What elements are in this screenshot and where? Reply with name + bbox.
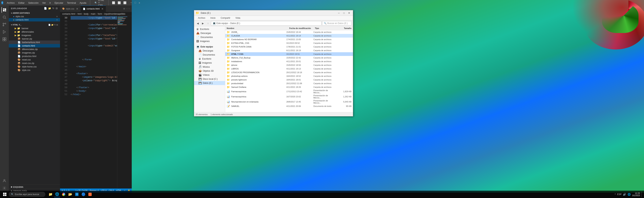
open-editors-title[interactable]: ▾ ABRIR EDITORES (9, 11, 60, 15)
menu-ir[interactable]: Ir (48, 1, 52, 5)
fe-nav-imagenes[interactable]: 🖼 Imágenes (194, 39, 225, 43)
fe-row-2020b[interactable]: 📁 2020B_ 15/8/2022 18:44 Carpeta de arch… (225, 30, 353, 34)
tray-network-icon[interactable]: 🌐 (628, 193, 631, 196)
tree-item-imagenes[interactable]: ▶ 📁 imagenes (9, 34, 60, 37)
fe-row-photoshop[interactable]: 📁 photoshop actions 18/4/2021 18:52 Carp… (225, 74, 353, 78)
tree-item-style[interactable]: 🎨 style.css (9, 68, 60, 72)
taskbar-file-manager[interactable]: 📁 (48, 191, 54, 197)
fe-nav-imagenes2[interactable]: 🖼 Imágenes (194, 61, 225, 65)
col-fecha[interactable]: Fecha de modificación (289, 27, 315, 29)
tree-item-reset-zip[interactable]: 📦 reset-css.zip (9, 61, 60, 65)
menu-seleccion[interactable]: Selección (27, 1, 40, 5)
fe-nav-descargas2[interactable]: 📥 Descargas (194, 49, 225, 53)
layout-btn-2[interactable]: ⬜ (116, 1, 122, 5)
fe-row-imyfone[interactable]: 📁 iMyfone_Full_Backup 15/9/2022 22:42 Ca… (225, 56, 353, 60)
menu-ejecutar[interactable]: Ejecutar (53, 1, 65, 5)
fe-tab-inicio[interactable]: Inicio (208, 16, 218, 20)
fe-back-btn[interactable]: ◀ (196, 21, 200, 26)
refresh-btn[interactable]: ↻ (54, 24, 56, 26)
taskbar-start-button[interactable] (2, 191, 8, 197)
taskbar-chrome[interactable] (61, 191, 66, 197)
activity-explorer[interactable] (2, 7, 7, 13)
taskbar-app-accent[interactable] (87, 191, 93, 197)
fe-nav-diskc[interactable]: 💾 Disco local (C:) (194, 77, 225, 81)
new-file-icon[interactable]: 📄 (44, 7, 47, 10)
fe-search-box[interactable]: 🔍 Buscar en Datos (E:) (322, 21, 352, 26)
tree-item-style-home[interactable]: 🎨 style-home.css (9, 65, 60, 68)
fe-nav-este-equipo[interactable]: 💻 Este equipo (194, 45, 225, 49)
breadcrumb-html[interactable]: html (78, 13, 82, 15)
tree-item-productos[interactable]: 📄 productos.html (9, 54, 60, 58)
tab-contacto[interactable]: 📄 contacto.html ✕ (81, 6, 106, 12)
activity-debug[interactable] (2, 29, 7, 35)
fe-address-field[interactable]: 💻 Este equipo › Datos (E:) (211, 21, 322, 26)
fe-row-iphone[interactable]: 📁 iphone 15/9/2022 18:50 Carpeta de arch… (225, 63, 353, 67)
fe-forward-btn[interactable]: ▶ (201, 21, 205, 26)
open-editor-contacto[interactable]: ● contacto.html ✕ (9, 18, 60, 22)
fe-row-gungrave[interactable]: 📁 Gungrave 6/11/2021 18:19 Carpeta de ar… (225, 49, 353, 52)
fe-minimize-btn[interactable]: ─ (336, 11, 341, 15)
tab-contacto-close[interactable]: ✕ (101, 7, 104, 10)
layout-btn-3[interactable]: ⬜ (122, 1, 128, 5)
fe-nav-escritorio2[interactable]: 🖥 Escritorio (194, 57, 225, 61)
tree-item-reset-css[interactable]: 🎨 reset.css (9, 58, 60, 61)
fe-nav-documentos[interactable]: 📄 Documentos (194, 35, 225, 39)
refresh-icon[interactable]: ↻ (52, 7, 54, 10)
menu-terminal[interactable]: Terminal (66, 1, 78, 5)
fe-row-samuel-o[interactable]: 📁 Samuel Orellana 4/11/2021 18:26 Carpet… (225, 85, 353, 89)
fe-row-libros[interactable]: 📁 LIBROS 4/11/2021 19:13 Carpeta de arch… (225, 67, 353, 71)
fe-row-neuropro[interactable]: 📊 Neuroproteccion en eclampsia 28/8/2017… (225, 99, 353, 104)
tree-item-barberia[interactable]: 📄 barberiaAlura.html (9, 41, 60, 44)
html-folder-title[interactable]: ▾ HTML Y... 📄 📁 ↻ ⊟ (9, 23, 60, 27)
collapse-icon[interactable]: ⊟ (56, 7, 58, 10)
breadcrumb-main[interactable]: main (91, 13, 96, 15)
activity-git[interactable] (2, 22, 7, 28)
fe-row-farma1[interactable]: 📊 Farmacoquímica 17/12/2013 23:42 Presen… (225, 89, 353, 94)
taskbar-clock[interactable]: 12:25 3/1/2023 (632, 192, 640, 196)
menu-ayuda[interactable]: Ayuda (78, 1, 88, 5)
fe-row-logica[interactable]: 📁 LÓGICA DE PROGRAMACION 20/12/2022 18:1… (225, 71, 353, 74)
outline-title[interactable]: ▶ ESQUEMA (9, 185, 60, 188)
tree-item-diferenciales[interactable]: ▶ 📁 diferenciales (9, 30, 60, 34)
fe-row-farma2[interactable]: 📊 Farmacoquímica 16/7/2020 23:02 Present… (225, 94, 353, 99)
activity-settings[interactable] (2, 185, 7, 191)
fe-nav-diske[interactable]: 💾 Datos (E:) (194, 81, 225, 85)
collapse-btn[interactable]: ⊟ (56, 24, 58, 26)
menu-ver[interactable]: Ver (41, 1, 48, 5)
split-editor-icon[interactable]: ⊟ (123, 7, 125, 10)
taskbar-app-blue[interactable]: 🔵 (80, 191, 86, 197)
activity-search[interactable] (2, 14, 7, 20)
tab-style[interactable]: 🎨 style.css ✕ (60, 6, 81, 12)
activity-account[interactable] (2, 178, 7, 184)
tray-show-desktop[interactable] (642, 191, 642, 197)
open-editor-style[interactable]: ● style.css ✕ (9, 15, 60, 18)
new-folder-icon[interactable]: 📁 (48, 7, 51, 10)
breadcrumb-form[interactable]: form (98, 13, 102, 15)
fe-row-productividad[interactable]: 📁 productividad 20/12/2022 21:08 Carpeta… (225, 82, 353, 85)
fe-nav-documentos2[interactable]: 📄 Documentos (194, 53, 225, 57)
style-close-btn[interactable]: ✕ (56, 15, 58, 18)
fe-up-btn[interactable]: ↑ (206, 21, 210, 26)
tree-item-contacto[interactable]: 📄 contacto.html (9, 44, 60, 47)
contacto-close-btn[interactable]: ✕ (56, 19, 58, 21)
fe-nav-objetos3d[interactable]: 📦 Objetos 3D (194, 69, 225, 73)
fe-tab-archivo[interactable]: Archivo (196, 16, 208, 20)
fe-maximize-btn[interactable]: □ (342, 11, 346, 15)
fe-row-samuel-txt[interactable]: 📝 SAMUEL 4/11/2021 20:06 Documento de te… (225, 104, 353, 108)
fe-row-claudia[interactable]: 📁 CLAUDIA 4/11/2021 19:14 Carpeta de arc… (225, 34, 353, 38)
fe-row-html-css[interactable]: 📁 HTML Y CSS 3/1/2023 19:51 Carpeta de a… (225, 52, 353, 56)
fe-row-fotos[interactable]: 📁 FOTOS PUNTA CANA 17/8/2021 21:01 Carpe… (225, 45, 353, 49)
fe-tab-compartir[interactable]: Compartir (218, 16, 233, 20)
breadcrumb-input[interactable]: input#nombreapellido (104, 13, 125, 15)
menu-archivo[interactable]: Archivo (5, 1, 16, 5)
fe-nav-descargas[interactable]: 📥 Descargas (194, 31, 225, 35)
breadcrumb-body[interactable]: body (84, 13, 88, 15)
taskbar-app-folder[interactable]: 📂 (67, 191, 73, 197)
tray-volume-icon[interactable]: 🔊 (623, 193, 626, 196)
menu-editar[interactable]: Editar (17, 1, 26, 5)
taskbar-search[interactable]: 🔍 Escribe aquí para buscar (9, 192, 45, 197)
new-file-btn[interactable]: 📄 (48, 24, 50, 26)
minimize-btn[interactable]: ─ (129, 1, 133, 4)
more-actions-icon[interactable]: ··· (126, 7, 130, 10)
fe-nav-videos[interactable]: 🎬 Vídeos (194, 73, 225, 77)
